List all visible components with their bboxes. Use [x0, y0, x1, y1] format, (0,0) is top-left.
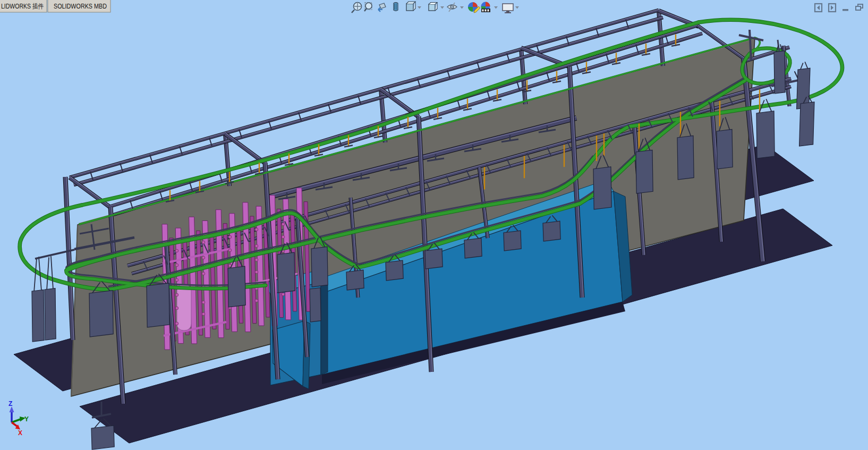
svg-text:Y: Y [24, 415, 29, 423]
svg-text:SOLIDWORKS MBD: SOLIDWORKS MBD [54, 3, 107, 10]
svg-text:Z: Z [8, 400, 12, 407]
svg-text:LIDWORKS 插件: LIDWORKS 插件 [1, 3, 44, 10]
svg-text:X: X [18, 429, 22, 437]
